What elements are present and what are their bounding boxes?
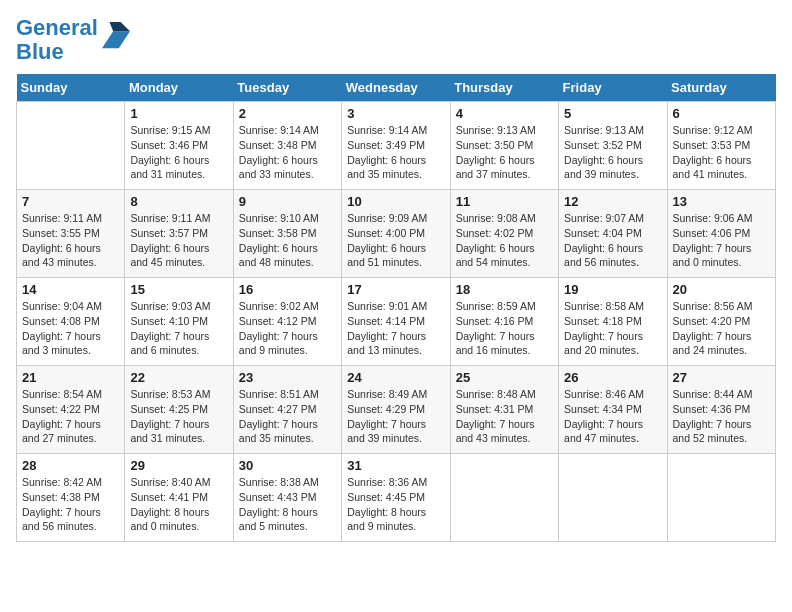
calendar-cell: 18Sunrise: 8:59 AMSunset: 4:16 PMDayligh… (450, 278, 558, 366)
calendar-cell: 15Sunrise: 9:03 AMSunset: 4:10 PMDayligh… (125, 278, 233, 366)
day-info: Sunrise: 8:53 AMSunset: 4:25 PMDaylight:… (130, 387, 227, 446)
day-info: Sunrise: 9:07 AMSunset: 4:04 PMDaylight:… (564, 211, 661, 270)
day-of-week-header: Thursday (450, 74, 558, 102)
day-info: Sunrise: 8:56 AMSunset: 4:20 PMDaylight:… (673, 299, 770, 358)
day-info: Sunrise: 9:08 AMSunset: 4:02 PMDaylight:… (456, 211, 553, 270)
calendar-cell: 23Sunrise: 8:51 AMSunset: 4:27 PMDayligh… (233, 366, 341, 454)
day-info: Sunrise: 9:14 AMSunset: 3:49 PMDaylight:… (347, 123, 444, 182)
day-info: Sunrise: 8:40 AMSunset: 4:41 PMDaylight:… (130, 475, 227, 534)
day-info: Sunrise: 8:42 AMSunset: 4:38 PMDaylight:… (22, 475, 119, 534)
day-number: 19 (564, 282, 661, 297)
day-number: 7 (22, 194, 119, 209)
day-number: 3 (347, 106, 444, 121)
calendar-cell: 6Sunrise: 9:12 AMSunset: 3:53 PMDaylight… (667, 102, 775, 190)
day-number: 25 (456, 370, 553, 385)
day-info: Sunrise: 8:51 AMSunset: 4:27 PMDaylight:… (239, 387, 336, 446)
day-number: 10 (347, 194, 444, 209)
day-number: 30 (239, 458, 336, 473)
day-number: 11 (456, 194, 553, 209)
calendar-cell: 2Sunrise: 9:14 AMSunset: 3:48 PMDaylight… (233, 102, 341, 190)
day-info: Sunrise: 9:14 AMSunset: 3:48 PMDaylight:… (239, 123, 336, 182)
day-info: Sunrise: 9:11 AMSunset: 3:55 PMDaylight:… (22, 211, 119, 270)
day-number: 20 (673, 282, 770, 297)
day-info: Sunrise: 9:09 AMSunset: 4:00 PMDaylight:… (347, 211, 444, 270)
day-number: 31 (347, 458, 444, 473)
day-info: Sunrise: 8:36 AMSunset: 4:45 PMDaylight:… (347, 475, 444, 534)
calendar-cell: 31Sunrise: 8:36 AMSunset: 4:45 PMDayligh… (342, 454, 450, 542)
calendar-cell: 8Sunrise: 9:11 AMSunset: 3:57 PMDaylight… (125, 190, 233, 278)
svg-marker-1 (109, 22, 130, 31)
day-info: Sunrise: 9:13 AMSunset: 3:52 PMDaylight:… (564, 123, 661, 182)
calendar-cell: 20Sunrise: 8:56 AMSunset: 4:20 PMDayligh… (667, 278, 775, 366)
day-info: Sunrise: 9:02 AMSunset: 4:12 PMDaylight:… (239, 299, 336, 358)
day-number: 6 (673, 106, 770, 121)
calendar-cell: 3Sunrise: 9:14 AMSunset: 3:49 PMDaylight… (342, 102, 450, 190)
day-info: Sunrise: 8:46 AMSunset: 4:34 PMDaylight:… (564, 387, 661, 446)
day-number: 16 (239, 282, 336, 297)
day-info: Sunrise: 9:15 AMSunset: 3:46 PMDaylight:… (130, 123, 227, 182)
day-info: Sunrise: 9:11 AMSunset: 3:57 PMDaylight:… (130, 211, 227, 270)
day-number: 1 (130, 106, 227, 121)
day-number: 9 (239, 194, 336, 209)
day-info: Sunrise: 9:12 AMSunset: 3:53 PMDaylight:… (673, 123, 770, 182)
calendar-cell: 27Sunrise: 8:44 AMSunset: 4:36 PMDayligh… (667, 366, 775, 454)
calendar-cell: 9Sunrise: 9:10 AMSunset: 3:58 PMDaylight… (233, 190, 341, 278)
day-info: Sunrise: 8:49 AMSunset: 4:29 PMDaylight:… (347, 387, 444, 446)
calendar-cell: 25Sunrise: 8:48 AMSunset: 4:31 PMDayligh… (450, 366, 558, 454)
day-number: 21 (22, 370, 119, 385)
calendar-cell (450, 454, 558, 542)
day-number: 12 (564, 194, 661, 209)
calendar-cell: 13Sunrise: 9:06 AMSunset: 4:06 PMDayligh… (667, 190, 775, 278)
day-of-week-header: Monday (125, 74, 233, 102)
day-of-week-header: Sunday (17, 74, 125, 102)
calendar-cell: 19Sunrise: 8:58 AMSunset: 4:18 PMDayligh… (559, 278, 667, 366)
calendar-cell: 29Sunrise: 8:40 AMSunset: 4:41 PMDayligh… (125, 454, 233, 542)
day-number: 8 (130, 194, 227, 209)
calendar-cell: 21Sunrise: 8:54 AMSunset: 4:22 PMDayligh… (17, 366, 125, 454)
calendar-cell: 22Sunrise: 8:53 AMSunset: 4:25 PMDayligh… (125, 366, 233, 454)
day-info: Sunrise: 9:03 AMSunset: 4:10 PMDaylight:… (130, 299, 227, 358)
day-info: Sunrise: 9:01 AMSunset: 4:14 PMDaylight:… (347, 299, 444, 358)
calendar-cell: 11Sunrise: 9:08 AMSunset: 4:02 PMDayligh… (450, 190, 558, 278)
calendar-week-row: 1Sunrise: 9:15 AMSunset: 3:46 PMDaylight… (17, 102, 776, 190)
day-number: 5 (564, 106, 661, 121)
logo: General Blue (16, 16, 130, 64)
day-info: Sunrise: 8:58 AMSunset: 4:18 PMDaylight:… (564, 299, 661, 358)
calendar-table: SundayMondayTuesdayWednesdayThursdayFrid… (16, 74, 776, 542)
day-number: 17 (347, 282, 444, 297)
calendar-cell: 16Sunrise: 9:02 AMSunset: 4:12 PMDayligh… (233, 278, 341, 366)
day-of-week-row: SundayMondayTuesdayWednesdayThursdayFrid… (17, 74, 776, 102)
svg-marker-0 (102, 32, 130, 49)
calendar-cell: 4Sunrise: 9:13 AMSunset: 3:50 PMDaylight… (450, 102, 558, 190)
day-number: 28 (22, 458, 119, 473)
logo-text: General Blue (16, 16, 98, 64)
day-number: 15 (130, 282, 227, 297)
calendar-week-row: 21Sunrise: 8:54 AMSunset: 4:22 PMDayligh… (17, 366, 776, 454)
day-info: Sunrise: 8:48 AMSunset: 4:31 PMDaylight:… (456, 387, 553, 446)
day-number: 23 (239, 370, 336, 385)
calendar-cell (559, 454, 667, 542)
calendar-body: 1Sunrise: 9:15 AMSunset: 3:46 PMDaylight… (17, 102, 776, 542)
calendar-cell: 30Sunrise: 8:38 AMSunset: 4:43 PMDayligh… (233, 454, 341, 542)
day-info: Sunrise: 9:04 AMSunset: 4:08 PMDaylight:… (22, 299, 119, 358)
calendar-cell: 14Sunrise: 9:04 AMSunset: 4:08 PMDayligh… (17, 278, 125, 366)
day-number: 22 (130, 370, 227, 385)
day-info: Sunrise: 9:13 AMSunset: 3:50 PMDaylight:… (456, 123, 553, 182)
calendar-cell: 1Sunrise: 9:15 AMSunset: 3:46 PMDaylight… (125, 102, 233, 190)
calendar-week-row: 28Sunrise: 8:42 AMSunset: 4:38 PMDayligh… (17, 454, 776, 542)
day-info: Sunrise: 9:06 AMSunset: 4:06 PMDaylight:… (673, 211, 770, 270)
day-number: 27 (673, 370, 770, 385)
calendar-cell (17, 102, 125, 190)
day-number: 29 (130, 458, 227, 473)
day-number: 4 (456, 106, 553, 121)
page-header: General Blue (16, 16, 776, 64)
day-number: 24 (347, 370, 444, 385)
day-number: 13 (673, 194, 770, 209)
day-info: Sunrise: 8:54 AMSunset: 4:22 PMDaylight:… (22, 387, 119, 446)
calendar-cell: 12Sunrise: 9:07 AMSunset: 4:04 PMDayligh… (559, 190, 667, 278)
calendar-cell: 28Sunrise: 8:42 AMSunset: 4:38 PMDayligh… (17, 454, 125, 542)
day-of-week-header: Friday (559, 74, 667, 102)
day-of-week-header: Tuesday (233, 74, 341, 102)
day-of-week-header: Wednesday (342, 74, 450, 102)
day-number: 14 (22, 282, 119, 297)
